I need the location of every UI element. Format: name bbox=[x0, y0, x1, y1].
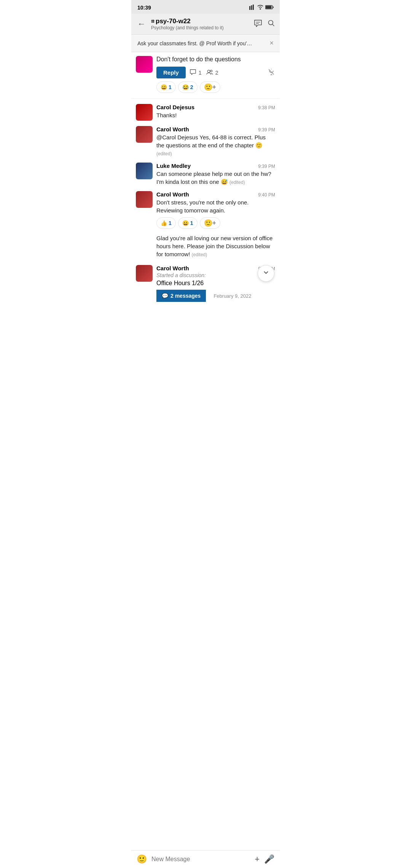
message-content: Carol Worth 9:39 PM @Carol Dejesus Yes, … bbox=[156, 126, 275, 157]
reaction-thumbsup[interactable]: 👍 1 bbox=[156, 217, 176, 229]
discussion-title: Office Hours 1/26 bbox=[156, 280, 275, 287]
discussion-button-label: 2 messages bbox=[170, 293, 201, 299]
message-sender: Carol Dejesus bbox=[156, 104, 194, 110]
reaction-emoji: 😀 bbox=[161, 84, 167, 90]
add-reaction-button[interactable]: 🙂+ bbox=[200, 81, 221, 93]
channel-name: ⌗ psy-70-w22 bbox=[151, 18, 250, 25]
header-actions bbox=[254, 19, 275, 29]
action-bar: Reply 1 2 bbox=[156, 67, 275, 78]
reaction-count: 1 bbox=[169, 84, 172, 90]
message-header: Carol Worth 9:40 PM bbox=[156, 191, 275, 198]
svg-point-11 bbox=[207, 70, 210, 73]
svg-rect-1 bbox=[251, 5, 252, 10]
battery-icon bbox=[265, 5, 274, 11]
participant-icon bbox=[206, 69, 213, 76]
message-content: Carol Dejesus 9:38 PM Thanks! bbox=[156, 104, 275, 119]
svg-point-12 bbox=[210, 70, 212, 72]
message-text: Thanks! bbox=[156, 111, 275, 119]
message-block: Luke Medley 9:39 PM Can someone please h… bbox=[131, 159, 280, 187]
message-sender: Carol Worth bbox=[156, 191, 189, 198]
reaction-count: 2 bbox=[190, 84, 193, 90]
avatar bbox=[136, 56, 153, 73]
continuation-text: Glad you're all loving our new version o… bbox=[156, 234, 275, 258]
avatar bbox=[136, 163, 153, 179]
message-text: Don't stress, you're not the only one. R… bbox=[156, 198, 275, 214]
discussion-card-row: 💬 2 messages February 9, 2022 bbox=[156, 290, 275, 302]
message-content: Luke Medley 9:39 PM Can someone please h… bbox=[156, 163, 275, 186]
chat-icon[interactable] bbox=[254, 19, 262, 29]
reaction-smile[interactable]: 😀 1 bbox=[178, 217, 198, 229]
reaction-count: 1 bbox=[169, 220, 172, 226]
message-time: 9:39 PM bbox=[258, 164, 275, 169]
sim-icon bbox=[249, 5, 255, 11]
message-sender: Carol Worth bbox=[156, 265, 189, 271]
reaction-emoji: 😂 bbox=[182, 84, 189, 90]
message-header: Carol Worth 9:45 PM bbox=[156, 265, 275, 271]
message-edited: (edited) bbox=[229, 180, 245, 185]
header: ← ⌗ psy-70-w22 Psychology (and things re… bbox=[131, 14, 280, 35]
message-time: 9:40 PM bbox=[258, 192, 275, 198]
svg-rect-6 bbox=[272, 6, 274, 8]
messages-area: Don't forget to do the questions Reply 1… bbox=[131, 52, 280, 303]
first-message-text: Don't forget to do the questions bbox=[156, 56, 275, 63]
message-sender: Carol Worth bbox=[156, 126, 189, 132]
reaction-emoji: 😀 bbox=[182, 220, 189, 226]
message-text: Can someone please help me out on the hw… bbox=[156, 170, 275, 186]
thread-info: 1 2 bbox=[190, 69, 218, 76]
mute-icon[interactable] bbox=[268, 68, 275, 77]
banner-text: Ask your classmates first. @ Prof Worth … bbox=[137, 40, 266, 46]
message-time: 9:38 PM bbox=[258, 105, 275, 110]
back-button[interactable]: ← bbox=[136, 18, 147, 30]
discussion-button[interactable]: 💬 2 messages bbox=[156, 290, 206, 302]
reaction-smile[interactable]: 😀 1 bbox=[156, 81, 176, 93]
svg-rect-5 bbox=[266, 6, 272, 8]
status-time: 10:39 bbox=[137, 5, 151, 11]
thread-count: 1 bbox=[199, 70, 202, 76]
svg-line-10 bbox=[272, 24, 274, 26]
reaction-emoji: 👍 bbox=[161, 220, 167, 226]
status-bar: 10:39 bbox=[131, 0, 280, 14]
channel-info: ⌗ psy-70-w22 Psychology (and things rela… bbox=[151, 18, 250, 30]
avatar bbox=[136, 126, 153, 143]
first-message-block: Don't forget to do the questions Reply 1… bbox=[131, 52, 280, 97]
continuation-edited: (edited) bbox=[192, 252, 207, 257]
status-icons bbox=[249, 5, 274, 11]
message-header: Carol Dejesus 9:38 PM bbox=[156, 104, 275, 110]
message-reactions: 👍 1 😀 1 🙂+ bbox=[156, 217, 275, 229]
message-text: @Carol Dejesus Yes, 64-88 is correct. Pl… bbox=[156, 133, 275, 157]
message-sender: Luke Medley bbox=[156, 163, 191, 169]
participant-count: 2 bbox=[215, 70, 218, 76]
message-header: Carol Worth 9:39 PM bbox=[156, 126, 275, 132]
avatar bbox=[136, 265, 153, 282]
hash-icon: ⌗ bbox=[151, 18, 154, 25]
scroll-to-bottom-button[interactable] bbox=[258, 265, 274, 282]
svg-rect-0 bbox=[249, 6, 250, 10]
thread-icon bbox=[190, 69, 196, 76]
discussion-message-content: Carol Worth 9:45 PM Started a discussion… bbox=[156, 265, 275, 302]
message-time: 9:39 PM bbox=[258, 127, 275, 132]
discussion-date: February 9, 2022 bbox=[210, 290, 255, 302]
svg-rect-2 bbox=[253, 5, 254, 10]
avatar bbox=[136, 104, 153, 121]
search-icon[interactable] bbox=[268, 19, 275, 29]
svg-point-3 bbox=[260, 8, 261, 10]
reaction-count: 1 bbox=[190, 220, 193, 226]
channel-subtitle: Psychology (and things related to it) bbox=[151, 25, 250, 30]
add-reaction-button[interactable]: 🙂+ bbox=[200, 217, 221, 229]
announcement-banner: Ask your classmates first. @ Prof Worth … bbox=[131, 35, 280, 52]
message-header: Luke Medley 9:39 PM bbox=[156, 163, 275, 169]
reaction-laugh[interactable]: 😂 2 bbox=[178, 81, 198, 93]
first-message-body: Don't forget to do the questions Reply 1… bbox=[156, 56, 275, 95]
message-edited: (edited) bbox=[156, 151, 172, 156]
discussion-chat-icon: 💬 bbox=[162, 293, 168, 299]
first-message-reactions: 😀 1 😂 2 🙂+ bbox=[156, 81, 275, 93]
discussion-message-block: Carol Worth 9:45 PM Started a discussion… bbox=[131, 261, 280, 303]
message-block: Carol Worth 9:39 PM @Carol Dejesus Yes, … bbox=[131, 122, 280, 159]
svg-point-9 bbox=[269, 20, 273, 25]
chevron-down-icon bbox=[263, 269, 269, 278]
avatar bbox=[136, 191, 153, 208]
banner-close-button[interactable]: × bbox=[269, 39, 274, 47]
message-block: Carol Worth 9:40 PM Don't stress, you're… bbox=[131, 187, 280, 233]
message-block: Carol Dejesus 9:38 PM Thanks! bbox=[131, 100, 280, 122]
reply-button[interactable]: Reply bbox=[156, 67, 186, 78]
